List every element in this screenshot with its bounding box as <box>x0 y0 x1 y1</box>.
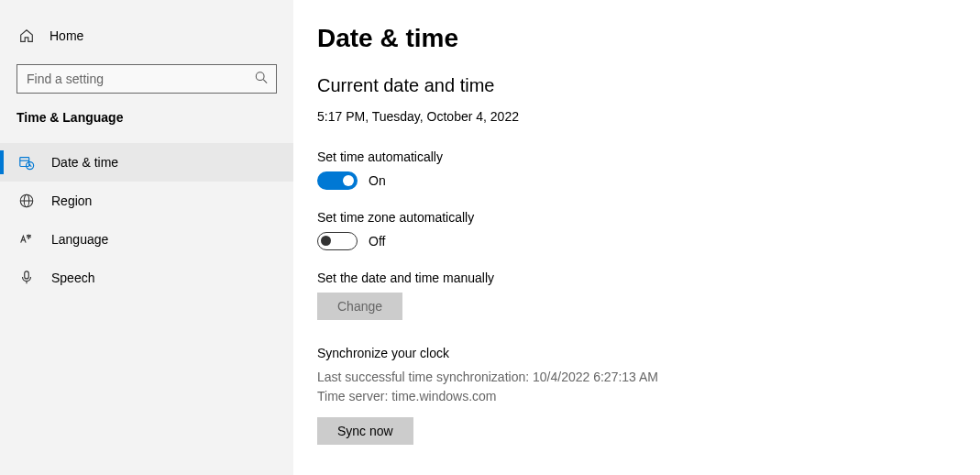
home-nav[interactable]: Home <box>0 20 293 51</box>
svg-rect-2 <box>20 158 29 167</box>
set-time-auto-label: Set time automatically <box>317 149 943 164</box>
set-time-auto-state: On <box>369 173 386 188</box>
calendar-clock-icon <box>18 154 35 171</box>
search-input[interactable] <box>17 64 277 94</box>
sync-info: Last successful time synchronization: 10… <box>317 368 943 406</box>
set-tz-auto-label: Set time zone automatically <box>317 210 943 225</box>
search-container <box>17 64 277 94</box>
home-icon <box>18 28 35 44</box>
current-datetime-heading: Current date and time <box>317 75 943 96</box>
sidebar-item-language[interactable]: 字 Language <box>0 220 293 259</box>
sync-now-button[interactable]: Sync now <box>317 417 413 445</box>
svg-point-0 <box>256 72 264 81</box>
svg-text:字: 字 <box>27 234 31 239</box>
sidebar-item-speech[interactable]: Speech <box>0 259 293 297</box>
page-title: Date & time <box>317 24 943 53</box>
globe-icon <box>18 193 35 209</box>
change-button: Change <box>317 293 402 320</box>
set-tz-auto-state: Off <box>369 234 385 249</box>
language-icon: 字 <box>18 231 35 248</box>
sidebar-item-label: Region <box>51 193 92 208</box>
sidebar-item-label: Language <box>51 232 108 247</box>
search-icon <box>255 72 268 87</box>
sidebar: Home Time & Language Date & time Region … <box>0 0 293 475</box>
sidebar-item-date-time[interactable]: Date & time <box>0 143 293 182</box>
set-tz-auto-toggle[interactable] <box>317 232 358 250</box>
current-datetime-value: 5:17 PM, Tuesday, October 4, 2022 <box>317 109 943 124</box>
sidebar-item-label: Speech <box>51 271 94 285</box>
sync-server-text: Time server: time.windows.com <box>317 387 943 406</box>
microphone-icon <box>18 270 35 286</box>
sidebar-item-label: Date & time <box>51 155 118 170</box>
manual-datetime-label: Set the date and time manually <box>317 271 943 285</box>
sidebar-section-header: Time & Language <box>0 110 293 143</box>
sidebar-item-region[interactable]: Region <box>0 182 293 220</box>
sync-clock-heading: Synchronize your clock <box>317 346 943 360</box>
svg-rect-9 <box>25 271 29 279</box>
svg-line-1 <box>263 80 267 83</box>
set-time-auto-toggle[interactable] <box>317 171 358 190</box>
home-label: Home <box>50 28 83 43</box>
content-pane: Date & time Current date and time 5:17 P… <box>293 0 980 475</box>
sync-last-text: Last successful time synchronization: 10… <box>317 368 943 387</box>
